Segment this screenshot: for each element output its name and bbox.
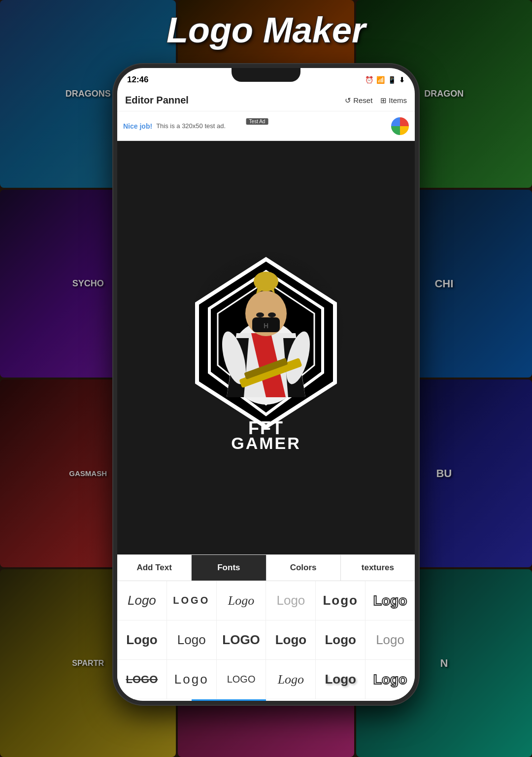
signal-icon: 📱 xyxy=(388,76,396,84)
canvas-area[interactable]: H FFT GAMER xyxy=(117,141,415,554)
toolbar-tabs: Add Text Fonts Colors textures xyxy=(117,555,415,581)
font-cell[interactable]: Logo xyxy=(366,620,415,659)
alarm-icon: ⏰ xyxy=(365,76,373,84)
font-cell[interactable]: LOGO xyxy=(117,660,167,699)
tab-colors[interactable]: Colors xyxy=(266,555,341,581)
svg-point-20 xyxy=(268,312,276,317)
download-icon: ⬇ xyxy=(399,76,405,84)
font-cell[interactable]: Logo xyxy=(266,660,316,699)
app-title: Logo Maker xyxy=(166,10,366,50)
header-actions: ↺ Reset ⊞ Items xyxy=(345,96,407,105)
ad-banner-inner: Test Ad Nice job! This is a 320x50 test … xyxy=(123,122,391,130)
font-cell[interactable]: LOGO xyxy=(217,620,266,659)
tab-indicator xyxy=(192,699,266,701)
font-cell[interactable]: Logo xyxy=(117,581,167,620)
font-cell[interactable]: Logo xyxy=(217,660,266,699)
ad-nice-job: Nice job! xyxy=(123,122,152,130)
svg-text:GAMER: GAMER xyxy=(231,434,301,451)
font-grid: Logo LOGO Logo Logo Logo Logo Logo Logo … xyxy=(117,581,415,699)
font-cell[interactable]: Logo xyxy=(266,581,316,620)
ad-banner: Test Ad Nice job! This is a 320x50 test … xyxy=(117,111,415,141)
ad-label: Test Ad xyxy=(246,118,268,125)
font-row: Logo LOGO Logo Logo Logo Logo xyxy=(117,581,415,620)
wifi-icon: 📶 xyxy=(376,76,385,84)
font-cell[interactable]: Logo xyxy=(316,581,366,620)
phone-notch xyxy=(232,68,300,82)
font-row: Logo Logo LOGO Logo Logo Logo xyxy=(117,620,415,660)
tab-fonts[interactable]: Fonts xyxy=(192,555,266,581)
logo-svg: H FFT GAMER xyxy=(167,244,365,451)
app-header: Editor Pannel ↺ Reset ⊞ Items xyxy=(117,90,415,111)
font-cell[interactable]: Logo xyxy=(117,620,167,659)
logo-preview: H FFT GAMER xyxy=(117,141,415,554)
reset-button[interactable]: ↺ Reset xyxy=(345,96,372,105)
font-cell[interactable]: Logo xyxy=(366,660,415,699)
font-cell[interactable]: Logo xyxy=(316,660,366,699)
items-button[interactable]: ⊞ Items xyxy=(380,96,407,105)
status-icons: ⏰ 📶 📱 ⬇ xyxy=(365,76,405,84)
svg-point-19 xyxy=(256,312,264,317)
status-time: 12:46 xyxy=(127,75,148,85)
bottom-toolbar: Add Text Fonts Colors textures Logo LOGO xyxy=(117,554,415,701)
header-title: Editor Pannel xyxy=(125,95,189,106)
phone-frame: 12:46 ⏰ 📶 📱 ⬇ Editor Pannel ↺ Reset ⊞ It… xyxy=(113,64,419,705)
reset-icon: ↺ xyxy=(345,96,351,105)
tab-textures[interactable]: textures xyxy=(341,555,415,581)
add-icon: ⊞ xyxy=(380,96,387,105)
font-cell[interactable]: Logo xyxy=(266,620,316,659)
tab-add-text[interactable]: Add Text xyxy=(117,555,192,581)
ad-text: This is a 320x50 test ad. xyxy=(156,122,226,130)
svg-point-16 xyxy=(254,272,278,291)
font-cell[interactable]: Logo xyxy=(316,620,366,659)
font-cell[interactable]: Logo xyxy=(167,620,217,659)
font-cell[interactable]: LOGO xyxy=(167,581,217,620)
svg-text:H: H xyxy=(264,322,268,330)
font-cell[interactable]: Logo xyxy=(167,660,217,699)
ad-logo xyxy=(391,117,409,135)
font-row: LOGO Logo Logo Logo Logo Logo xyxy=(117,660,415,699)
font-cell[interactable]: Logo xyxy=(217,581,266,620)
font-cell[interactable]: Logo xyxy=(366,581,415,620)
